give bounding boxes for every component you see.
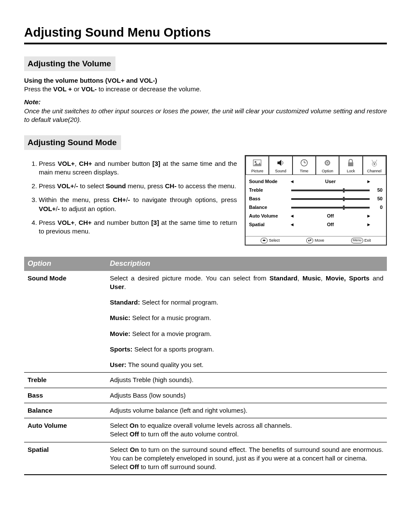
title-rule [24, 43, 387, 44]
arrow-right-icon: ► [365, 213, 372, 219]
menu-button-icon: Menu [351, 238, 363, 243]
step-4: Press VOL+, CH+ and number button [3] at… [39, 218, 237, 236]
osd-tab-channel: Channel [363, 156, 386, 175]
lr-arrows-icon: ◂▸ [261, 238, 268, 243]
arrow-left-icon: ◄ [289, 213, 296, 219]
antenna-icon [363, 157, 386, 168]
volume-instruction: Press the VOL + or VOL- to increase or d… [24, 85, 387, 93]
arrow-right-icon: ► [365, 221, 372, 228]
table-row-spatial: Spatial Select On to turn on the surroun… [24, 442, 387, 475]
osd-row-autovolume: Auto Volume◄Off► [249, 212, 383, 221]
step-1: Press VOL+, CH+ and number button [3] at… [39, 159, 237, 177]
osd-tab-option: Option [316, 156, 339, 175]
table-row-bass: BassAdjusts Bass (low sounds) [24, 388, 387, 403]
osd-row-treble: Treble50 [249, 186, 383, 195]
osd-tab-picture: Picture [246, 156, 269, 175]
osd-row-soundmode: Sound Mode◄User► [249, 177, 383, 186]
step-3: Within the menu, press CH+/- to navigate… [39, 196, 237, 213]
svg-rect-8 [348, 162, 353, 166]
osd-tab-time: Time [293, 156, 316, 175]
arrow-left-icon: ◄ [289, 221, 296, 228]
steps-list: Press VOL+, CH+ and number button [3] at… [24, 159, 237, 236]
svg-point-1 [255, 161, 256, 163]
lock-icon [339, 157, 362, 168]
table-row-balance: BalanceAdjusts volume balance (left and … [24, 403, 387, 418]
options-table-header: Option Description [24, 257, 387, 271]
picture-icon [246, 157, 268, 168]
page-title: Adjusting Sound Menu Options [24, 24, 387, 41]
section-heading-soundmode: Adjusting Sound Mode [24, 135, 121, 150]
note-label: Note: [24, 98, 387, 106]
arrow-right-icon: ► [365, 178, 372, 185]
section-heading-volume: Adjusting the Volume [24, 56, 115, 71]
note-block: Note: Once the unit switches to other in… [24, 98, 387, 124]
options-table: Option Description Sound Mode Select a d… [24, 257, 387, 476]
osd-row-balance: Balance0 [249, 203, 383, 212]
svg-point-7 [327, 162, 328, 164]
osd-tab-lock: Lock [339, 156, 362, 175]
osd-menu-screenshot: Picture Sound Time Option Lock Channel S… [245, 155, 387, 246]
osd-footer: ◂▸Select ▴▾Move MenuExit [246, 236, 386, 245]
arrow-left-icon: ◄ [289, 178, 296, 185]
table-row-treble: TrebleAdjusts Treble (high sounds). [24, 373, 387, 388]
gear-icon [316, 157, 339, 168]
volume-subhead: Using the volume buttons (VOL+ and VOL-) [24, 76, 387, 85]
note-body: Once the unit switches to other input so… [24, 107, 387, 124]
osd-row-spatial: Spatial◄Off► [249, 221, 383, 229]
osd-row-bass: Bass50 [249, 195, 383, 203]
step-2: Press VOL+/- to select Sound menu, press… [39, 182, 237, 190]
ud-arrows-icon: ▴▾ [306, 238, 313, 243]
sound-icon [269, 157, 292, 168]
table-row-autovolume: Auto Volume Select On to equalize overal… [24, 418, 387, 442]
osd-tab-row: Picture Sound Time Option Lock Channel [246, 156, 386, 175]
clock-icon [293, 157, 315, 168]
osd-tab-sound: Sound [269, 156, 292, 175]
table-row-soundmode: Sound Mode Select a desired picture mode… [24, 271, 387, 373]
